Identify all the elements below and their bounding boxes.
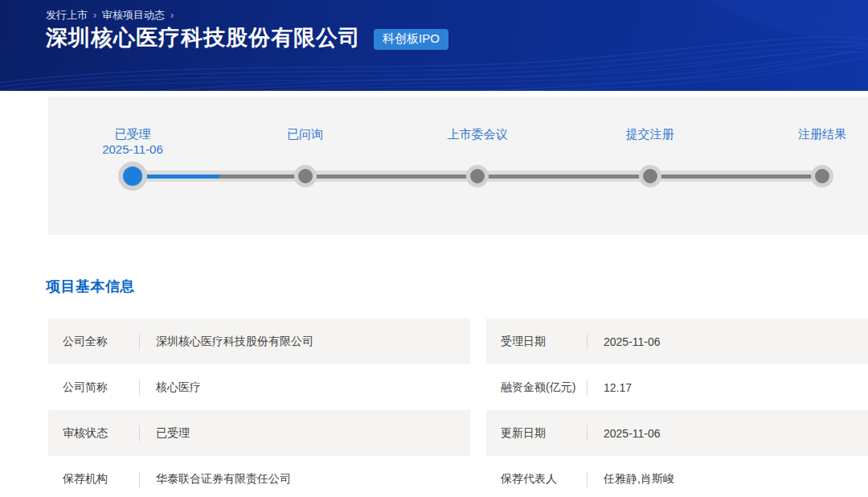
row-label: 公司简称 bbox=[48, 380, 139, 395]
section-title-basic-info: 项目基本信息 bbox=[46, 277, 135, 296]
row-label: 受理日期 bbox=[486, 335, 587, 349]
row-value: 深圳核心医疗科技股份有限公司 bbox=[140, 335, 313, 349]
timeline-step-dot-active bbox=[118, 162, 147, 191]
table-row: 审核状态 已受理 bbox=[48, 410, 470, 456]
breadcrumb-link-review-project-dynamics[interactable]: 审核项目动态 bbox=[102, 8, 165, 23]
review-timeline-panel: 已受理 2025-11-06 已问询 上市委会议 提交注册 注册 bbox=[48, 97, 868, 235]
row-label: 融资金额(亿元) bbox=[486, 380, 587, 395]
timeline-step-dot bbox=[466, 165, 489, 187]
breadcrumb: 发行上市 › 审核项目动态 › bbox=[46, 8, 174, 23]
table-row: 保荐代表人 任雅静,肖斯峻 bbox=[486, 456, 868, 497]
timeline-step-labels: 上市委会议 bbox=[413, 126, 542, 142]
row-value: 2025-11-06 bbox=[588, 427, 661, 440]
row-value: 任雅静,肖斯峻 bbox=[588, 472, 674, 487]
row-value: 核心医疗 bbox=[140, 380, 201, 395]
table-row: 公司简称 核心医疗 bbox=[48, 364, 470, 410]
timeline-step-labels: 已问询 bbox=[241, 126, 370, 142]
row-label: 公司全称 bbox=[48, 335, 139, 349]
info-table-left: 公司全称 深圳核心医疗科技股份有限公司 公司简称 核心医疗 审核状态 已受理 保… bbox=[48, 318, 470, 497]
row-value: 2025-11-06 bbox=[588, 335, 661, 348]
row-value: 12.17 bbox=[588, 381, 632, 394]
breadcrumb-link-issuance-listing[interactable]: 发行上市 bbox=[46, 8, 88, 23]
table-row: 融资金额(亿元) 12.17 bbox=[486, 364, 868, 410]
row-label: 审核状态 bbox=[48, 426, 139, 441]
table-row: 公司全称 深圳核心医疗科技股份有限公司 bbox=[48, 318, 470, 364]
timeline-step-label: 提交注册 bbox=[586, 126, 714, 142]
row-label: 更新日期 bbox=[486, 426, 587, 441]
timeline-step-dot bbox=[811, 165, 833, 187]
timeline-step-label: 已问询 bbox=[241, 126, 370, 142]
row-value: 华泰联合证券有限责任公司 bbox=[140, 472, 291, 487]
title-row: 深圳核心医疗科技股份有限公司 科创板IPO bbox=[46, 23, 448, 52]
timeline-step-dot bbox=[294, 165, 317, 187]
timeline-step-date: 2025-11-06 bbox=[68, 142, 197, 157]
page-title: 深圳核心医疗科技股份有限公司 bbox=[46, 23, 361, 52]
table-row: 受理日期 2025-11-06 bbox=[486, 318, 868, 364]
row-label: 保荐代表人 bbox=[486, 472, 587, 487]
hero-header: 发行上市 › 审核项目动态 › 深圳核心医疗科技股份有限公司 科创板IPO bbox=[0, 0, 868, 91]
row-value: 已受理 bbox=[140, 426, 190, 441]
timeline-step-label: 注册结果 bbox=[758, 126, 868, 142]
timeline-step-labels: 提交注册 bbox=[586, 126, 714, 142]
timeline-step-dot bbox=[639, 165, 661, 187]
page: 发行上市 › 审核项目动态 › 深圳核心医疗科技股份有限公司 科创板IPO 已受… bbox=[0, 0, 868, 497]
table-row: 保荐机构 华泰联合证券有限责任公司 bbox=[48, 456, 470, 497]
board-ipo-badge: 科创板IPO bbox=[374, 29, 448, 50]
timeline-step-labels: 已受理 2025-11-06 bbox=[68, 126, 197, 157]
row-label: 保荐机构 bbox=[48, 472, 139, 487]
info-table-right: 受理日期 2025-11-06 融资金额(亿元) 12.17 更新日期 2025… bbox=[486, 318, 868, 497]
timeline-step-labels: 注册结果 bbox=[758, 126, 868, 142]
breadcrumb-separator-icon: › bbox=[93, 10, 96, 21]
table-row: 更新日期 2025-11-06 bbox=[486, 410, 868, 456]
timeline-step-label: 上市委会议 bbox=[413, 126, 542, 142]
breadcrumb-separator-icon: › bbox=[170, 10, 174, 21]
timeline-step-label: 已受理 bbox=[68, 126, 197, 142]
